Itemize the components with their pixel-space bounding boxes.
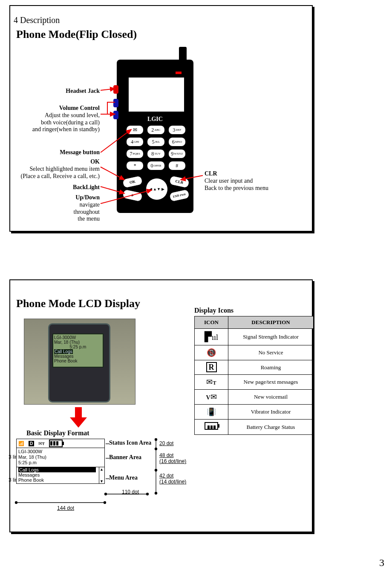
- meas-inner-width: 110 dot: [122, 489, 139, 495]
- end-key[interactable]: END PWR: [169, 189, 190, 202]
- volume-up-icon: [113, 99, 118, 107]
- ok-key[interactable]: OK: [122, 175, 143, 188]
- callout-volume: Volume Control Adjust the sound level, b…: [32, 105, 100, 133]
- new-voicemail-icon: V✉: [195, 390, 228, 405]
- no-service-icon: 📵: [195, 345, 228, 360]
- clr-key[interactable]: CLR: [169, 175, 190, 188]
- status-icon-area: 📶 D ✉T: [16, 439, 105, 448]
- signal-strength-icon: ▛ııl: [195, 329, 228, 345]
- battery-icon: [49, 440, 63, 447]
- key-7[interactable]: 7PQRS: [126, 149, 144, 158]
- row-desc: New page/text messages: [228, 375, 314, 390]
- svg-point-10: [155, 448, 157, 450]
- key-hash[interactable]: #: [168, 161, 186, 170]
- svg-point-11: [155, 469, 157, 471]
- meas-banner: 48 dot(16 dot/line): [159, 452, 186, 464]
- nav-cluster: OK CLR ✦ END PWR ◀ ▲▼ ▶: [126, 174, 186, 208]
- signal-icon: 📶: [18, 441, 24, 446]
- down-arrow-icon: [70, 407, 87, 428]
- battery-status-icon: [195, 420, 228, 435]
- svg-rect-6: [75, 407, 82, 417]
- keypad: ✉ 2ABC 3DEF 4GHI 5JKL 6MNO 7PQRS 8TUV 9W…: [126, 125, 186, 173]
- callout-message: Message button: [60, 149, 100, 156]
- row-desc: New voicemail: [228, 390, 314, 405]
- slide-phone-mode: 4 Description Phone Mode(Flip Closed) He…: [9, 5, 313, 232]
- phone-photo: LGI-3000W Mar, 18 (Thu) 5:25 p.m Call Lo…: [24, 319, 135, 405]
- section-label: 4 Description: [14, 15, 60, 25]
- phone-diagram: LGIC ✉ 2ABC 3DEF 4GHI 5JKL 6MNO 7PQRS 8T: [117, 47, 206, 217]
- key-8[interactable]: 8TUV: [147, 149, 164, 158]
- new-text-icon: ✉T: [195, 375, 228, 390]
- slide2-title: Phone Mode LCD Display: [16, 297, 140, 310]
- key-9[interactable]: 9WXYZ: [168, 149, 186, 158]
- svg-line-0: [101, 89, 115, 90]
- page-number: 3: [379, 557, 384, 569]
- meas-outer-width: 144 dot: [57, 505, 74, 511]
- key-3[interactable]: 3DEF: [168, 125, 186, 135]
- banner-area: LGI-3000W Mar, 18 (Thu) 5:25 p.m: [16, 448, 105, 467]
- bdf-label: Basic Display Format: [26, 429, 89, 437]
- slide-lcd-display: Phone Mode LCD Display LGI-3000W Mar, 18…: [9, 279, 313, 532]
- phone-screen: [128, 77, 185, 112]
- key-star[interactable]: *: [126, 161, 144, 170]
- row-desc: Battery Charge Status: [228, 420, 314, 435]
- svg-point-18: [147, 493, 149, 495]
- roaming-icon: D: [29, 441, 34, 446]
- display-format-diagram: 📶 D ✉T LGI-3000W Mar, 18 (Thu) 5:25 p.m …: [16, 439, 105, 484]
- meas-menu: 42 dot(14 dot/line): [159, 473, 186, 485]
- row-desc: No Service: [228, 345, 314, 360]
- callout-headset: Headset Jack: [66, 88, 100, 95]
- display-icons-table: ICONDESCRIPTION ▛ıılSignal Strength Indi…: [194, 316, 314, 435]
- headset-jack-icon: [113, 85, 118, 94]
- menu-area: Call Logs Messages Phone Book: [16, 467, 105, 484]
- message-icon: ✉T: [38, 441, 45, 446]
- callout-updown: Up/Down navigate throughout the menu: [74, 194, 100, 223]
- key-2[interactable]: 2ABC: [147, 125, 164, 135]
- roaming-icon: R: [195, 360, 228, 375]
- label-banner-area: Banner Area: [109, 454, 141, 461]
- key-6[interactable]: 6MNO: [168, 137, 186, 147]
- svg-point-9: [155, 439, 157, 441]
- col-icon: ICON: [195, 316, 228, 329]
- meas-status: 20 dot: [159, 440, 173, 446]
- dpad[interactable]: ◀ ▲▼ ▶: [146, 178, 168, 200]
- key-message[interactable]: ✉: [126, 125, 144, 135]
- backlight-key[interactable]: ✦: [122, 189, 143, 202]
- key-4[interactable]: 4GHI: [126, 137, 144, 147]
- scrollbar-icon: [99, 467, 104, 483]
- led-icon: [176, 72, 182, 74]
- callout-backlight: BackLight: [73, 184, 100, 191]
- row-desc: Vibrator Indicator: [228, 405, 314, 420]
- callout-ok: OK Select highlighted menu item (Place a…: [21, 158, 100, 180]
- svg-point-17: [105, 493, 107, 495]
- col-desc: DESCRIPTION: [228, 316, 314, 329]
- svg-point-12: [155, 492, 157, 494]
- callout-clr: CLR Clear user input and Back to the pre…: [205, 170, 268, 192]
- key-5[interactable]: 5JKL: [147, 137, 164, 147]
- vibrator-icon: 📳: [195, 405, 228, 420]
- row-desc: Roaming: [228, 360, 314, 375]
- key-0[interactable]: 0OPER: [147, 161, 164, 170]
- label-status-area: Status Icon Area: [109, 440, 151, 446]
- slide1-title: Phone Mode(Flip Closed): [16, 28, 137, 41]
- svg-point-21: [104, 502, 106, 504]
- phone-brand: LGIC: [117, 116, 193, 123]
- svg-point-20: [15, 502, 17, 504]
- display-icons-title: Display Icons: [194, 307, 233, 314]
- row-desc: Signal Strength Indicator: [228, 329, 314, 345]
- label-menu-area: Menu Area: [109, 474, 138, 481]
